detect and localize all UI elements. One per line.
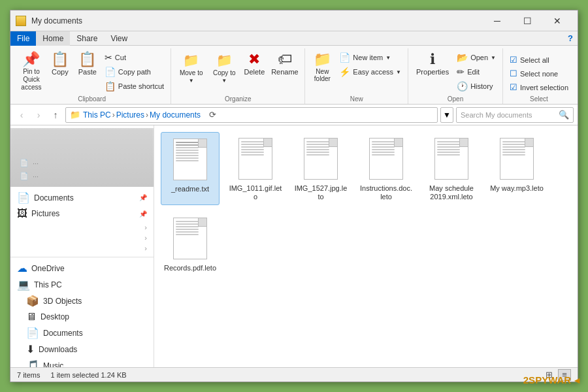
up-button[interactable]: ↑ [48, 108, 63, 122]
sidebar-item-music[interactable]: 🎵 Music [10, 357, 154, 367]
search-bar[interactable]: Search My documents 🔍 [456, 107, 574, 123]
file-item-myway[interactable]: My way.mp3.leto [487, 132, 546, 205]
status-bar: 7 items 1 item selected 1.24 KB ⊞ ≡ [10, 367, 578, 382]
select-all-label: Select all [520, 56, 549, 64]
paste-shortcut-button[interactable]: 📋 Paste shortcut [102, 80, 167, 93]
sidebar-item-downloads[interactable]: ⬇ Downloads [10, 341, 154, 357]
clipboard-small-group: ✂ Cut 📄 Copy path 📋 Paste shortcut [102, 51, 167, 93]
file-item-img1527[interactable]: IMG_1527.jpg.leto [291, 132, 350, 205]
open-arrow: ▼ [491, 55, 496, 61]
maximize-button[interactable]: ☐ [512, 10, 542, 31]
rename-button[interactable]: 🏷 Rename [269, 50, 301, 78]
file-item-records[interactable]: Records.pdf.leto [161, 212, 220, 276]
ribbon-open-buttons: ℹ Properties 📂 Open ▼ ✏ Edit 🕐 [412, 50, 498, 94]
ribbon-organize-group: 📁 Move to ▼ 📁 Copy to ▼ ✖ Delete 🏷 Renam… [171, 48, 305, 104]
documents-pin[interactable]: 📌 [139, 194, 147, 201]
sidebar-item-documents-tree[interactable]: 📄 Documents [10, 325, 154, 341]
sidebar-item-documents[interactable]: 📄 Documents 📌 [10, 189, 154, 206]
rename-icon: 🏷 [278, 52, 292, 67]
pictures-pin[interactable]: 📌 [139, 210, 147, 218]
properties-icon: ℹ [430, 52, 435, 67]
menu-bar: File Home Share View ? [10, 31, 578, 46]
back-button[interactable]: ‹ [14, 108, 29, 122]
file-item-readme[interactable]: _readme.txt [161, 132, 220, 205]
delete-button[interactable]: ✖ Delete [241, 50, 267, 78]
open-button[interactable]: 📂 Open ▼ [454, 51, 498, 64]
cut-button[interactable]: ✂ Cut [102, 51, 167, 64]
address-dropdown-button[interactable]: ▼ [440, 107, 453, 123]
select-none-label: Select none [520, 70, 558, 78]
file-item-instructions[interactable]: Instructions.doc.leto [357, 132, 416, 205]
invert-icon: ☑ [510, 82, 517, 92]
open-label: Open [448, 94, 463, 103]
select-none-icon: ☐ [510, 69, 517, 78]
menu-view[interactable]: View [104, 31, 134, 46]
title-bar: My documents ─ ☐ ✕ [10, 10, 578, 31]
sidebar-divider [10, 257, 154, 257]
file-item-img1011[interactable]: IMG_1011.gif.leto [226, 132, 285, 205]
breadcrumb-pictures[interactable]: Pictures [116, 110, 144, 120]
paste-button[interactable]: 📋 Paste [74, 50, 101, 78]
sidebar-thispc-label: This PC [34, 280, 62, 289]
minimize-button[interactable]: ─ [482, 10, 512, 31]
ribbon-select-buttons: ☑ Select all ☐ Select none ☑ Invert sele… [507, 50, 571, 94]
easy-access-button[interactable]: ⚡ Easy access ▼ [336, 65, 404, 78]
copy-button[interactable]: 📋 Copy [47, 50, 73, 78]
sidebar-desktop-label: Desktop [41, 312, 69, 321]
move-to-button[interactable]: 📁 Move to ▼ [175, 50, 207, 86]
explorer-window: My documents ─ ☐ ✕ File Home Share View … [10, 10, 578, 382]
expand-btn-1[interactable]: › [13, 223, 151, 232]
close-button[interactable]: ✕ [542, 10, 572, 31]
ribbon-new-group: 📁 Newfolder 📄 New item ▼ ⚡ Easy access ▼ [305, 48, 408, 104]
copy-icon: 📋 [51, 52, 69, 67]
select-all-button[interactable]: ☑ Select all [507, 54, 571, 66]
open-icon: 📂 [457, 52, 468, 63]
select-none-button[interactable]: ☐ Select none [507, 67, 571, 80]
copy-to-button[interactable]: 📁 Copy to ▼ [208, 50, 240, 86]
forward-button[interactable]: › [31, 108, 46, 122]
menu-share[interactable]: Share [70, 31, 104, 46]
new-folder-icon: 📁 [314, 52, 331, 67]
pin-quick-access-button[interactable]: 📌 Pin to Quickaccess [17, 50, 46, 94]
invert-selection-button[interactable]: ☑ Invert selection [507, 81, 571, 93]
select-label: Select [530, 94, 548, 103]
search-icon[interactable]: 🔍 [559, 110, 569, 120]
3dobjects-icon: 📦 [26, 295, 39, 307]
sidebar-item-pictures[interactable]: 🖼 Pictures 📌 [10, 206, 154, 221]
breadcrumb-mydocuments[interactable]: My documents [150, 110, 201, 120]
refresh-button[interactable]: ⟳ [206, 108, 219, 122]
copy-path-button[interactable]: 📄 Copy path [102, 65, 167, 78]
new-folder-button[interactable]: 📁 Newfolder [309, 50, 335, 85]
new-item-button[interactable]: 📄 New item ▼ [336, 51, 404, 64]
sidebar-item-desktop[interactable]: 🖥 Desktop [10, 309, 154, 325]
sidebar-music-label: Music [43, 361, 63, 368]
sidebar-documents-label: Documents [34, 193, 74, 203]
pin-icon: 📌 [22, 52, 40, 67]
file-area: _readme.txt IMG_1011.gif.leto [154, 125, 578, 367]
history-button[interactable]: 🕐 History [454, 80, 498, 93]
properties-button[interactable]: ℹ Properties [412, 50, 453, 78]
menu-file[interactable]: File [10, 31, 36, 46]
ribbon: 📌 Pin to Quickaccess 📋 Copy 📋 Paste ✂ [10, 46, 578, 105]
file-page-records [173, 218, 207, 259]
title-bar-controls: ─ ☐ ✕ [482, 10, 572, 31]
menu-home[interactable]: Home [36, 31, 70, 46]
move-label: Move to ▼ [178, 69, 204, 84]
new-item-arrow: ▼ [385, 55, 391, 61]
watermark: 2SPYWAR ◄ [523, 374, 581, 385]
documents-icon: 📄 [17, 191, 30, 204]
file-icon-instructions [367, 136, 406, 182]
sidebar-item-3dobjects[interactable]: 📦 3D Objects [10, 293, 154, 309]
breadcrumb: This PC › Pictures › My documents [83, 110, 201, 120]
copy-path-icon: 📄 [105, 67, 116, 77]
sidebar-item-onedrive[interactable]: ☁ OneDrive [10, 260, 154, 276]
breadcrumb-thispc[interactable]: This PC [83, 110, 111, 120]
menu-help[interactable]: ? [563, 31, 578, 46]
address-bar[interactable]: 📁 This PC › Pictures › My documents ⟳ [65, 107, 438, 123]
sidebar-item-thispc[interactable]: 💻 This PC [10, 276, 154, 293]
downloads-icon: ⬇ [26, 343, 35, 355]
expand-btn-3[interactable]: › [13, 244, 151, 253]
edit-button[interactable]: ✏ Edit [454, 65, 498, 78]
file-item-may-schedule[interactable]: May schedule2019.xml.leto [422, 132, 481, 205]
expand-btn-2[interactable]: › [13, 233, 151, 242]
